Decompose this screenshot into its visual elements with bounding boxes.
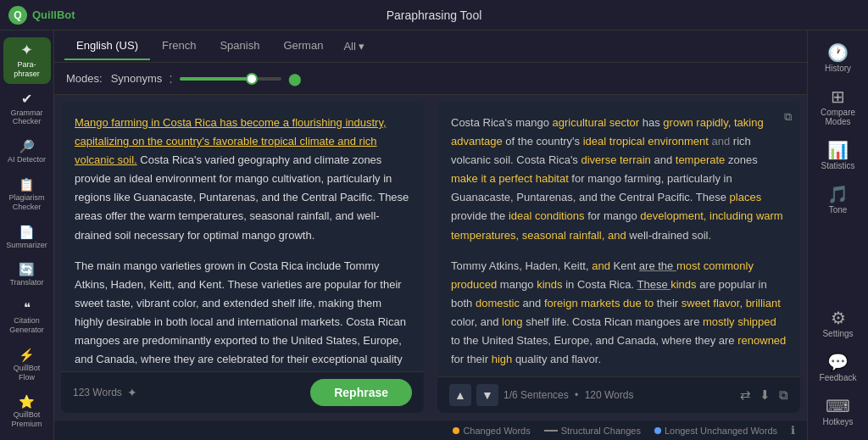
slider-fill xyxy=(180,77,251,81)
grammar-icon: ✔ xyxy=(21,92,32,106)
out-changed-17: flavor, brilliant xyxy=(713,297,780,309)
sidebar-label-ai: AI Detector xyxy=(8,155,46,164)
right-label-compare: Compare Modes xyxy=(815,108,862,126)
right-item-statistics[interactable]: 📊 Statistics xyxy=(811,135,865,177)
out-changed-7: places xyxy=(730,191,762,203)
sidebar-item-ai-detector[interactable]: 🔎 AI Detector xyxy=(3,135,51,170)
out-normal-22: to the United States, Europe, and Canada… xyxy=(451,334,737,347)
language-tabs: English (US) French Spanish German All ▾ xyxy=(54,31,807,63)
input-text-1b: Costa Rica's varied geography and climat… xyxy=(75,153,409,241)
chevron-down-icon: ▾ xyxy=(359,40,364,53)
out-normal-21: shelf life. Costa Rican mangoes are xyxy=(523,315,703,328)
out-normal-12: Tommy Atkins, Haden, Keitt, xyxy=(451,259,592,272)
right-item-history[interactable]: 🕐 History xyxy=(811,37,865,80)
word-count-text: 123 Words xyxy=(73,387,122,398)
right-item-tone[interactable]: 🎵 Tone xyxy=(811,179,865,221)
out-structural-1: are the xyxy=(639,259,676,272)
sync-icon[interactable]: ⇄ xyxy=(740,387,751,403)
out-normal-2: has xyxy=(639,116,663,129)
sidebar-item-translator[interactable]: 🔄 Translator xyxy=(3,258,51,292)
modes-bar: Modes: Synonyms : ⬤ xyxy=(54,63,807,95)
out-normal-1: Costa Rica's mango xyxy=(451,116,553,129)
legend-bar: Changed Words Structural Changes Longest… xyxy=(54,420,807,440)
copy-input-button[interactable]: ⧉ xyxy=(784,110,792,124)
right-label-tone: Tone xyxy=(829,205,848,214)
out-and: and xyxy=(711,135,730,148)
out-normal-6: and xyxy=(651,153,676,166)
ai-detector-icon: 🔎 xyxy=(19,140,35,153)
sidebar-label-flow: QuillBot Flow xyxy=(7,364,47,382)
output-text-area: Costa Rica's mango agricultural sector h… xyxy=(437,102,800,376)
logo: Q QuillBot xyxy=(8,6,75,25)
download-icon[interactable]: ⬇ xyxy=(760,387,771,403)
sidebar-item-citation[interactable]: ❝ Citation Generator xyxy=(3,296,51,340)
legend-info-icon[interactable]: ℹ xyxy=(791,424,795,437)
right-item-compare[interactable]: ⊞ Compare Modes xyxy=(811,81,865,133)
sidebar-label-plagiarism: Plagiarism Checker xyxy=(7,193,47,212)
right-item-settings[interactable]: ⚙ Settings xyxy=(811,303,865,345)
sidebar-item-summarizer[interactable]: 📄 Summarizer xyxy=(3,220,51,255)
sparkle-icon: ✦ xyxy=(127,386,137,399)
sidebar-item-grammar[interactable]: ✔ Grammar Checker xyxy=(3,87,51,132)
out-structural-2: These xyxy=(637,278,670,291)
tab-french[interactable]: French xyxy=(150,32,208,60)
synonyms-label: Synonyms xyxy=(111,72,163,85)
sidebar-item-paraphraser[interactable]: ✦ Para­phraser xyxy=(3,37,51,84)
input-text-2: The main mango varieties grown in Costa … xyxy=(75,259,406,371)
longest-label: Longest Unchanged Words xyxy=(665,426,777,436)
next-sentence-button[interactable]: ▼ xyxy=(476,384,498,406)
rephrase-button[interactable]: Rephrase xyxy=(310,379,412,406)
history-icon: 🕐 xyxy=(827,44,849,61)
right-label-history: History xyxy=(825,64,851,73)
out-changed-10: and xyxy=(592,259,610,272)
page-title: Paraphrasing Tool xyxy=(387,8,482,22)
modes-label: Modes: xyxy=(66,72,103,85)
sidebar-item-plagiarism[interactable]: 📋 Plagiarism Checker xyxy=(3,173,51,217)
prev-sentence-button[interactable]: ▲ xyxy=(449,384,471,406)
out-changed-21: high xyxy=(492,353,513,365)
out-normal-14: mango xyxy=(497,278,537,291)
input-word-count: 123 Words ✦ xyxy=(73,386,137,399)
synonyms-mode[interactable]: Synonyms : ⬤ xyxy=(111,71,302,86)
hotkeys-icon: ⌨ xyxy=(826,398,850,415)
out-normal-9: provide the xyxy=(451,209,509,222)
sidebar-label-citation: Citation Generator xyxy=(7,316,47,335)
right-item-feedback[interactable]: 💬 Feedback xyxy=(811,347,865,389)
longest-dot xyxy=(654,427,661,434)
out-normal-18: their xyxy=(654,297,682,309)
right-item-hotkeys[interactable]: ⌨ Hotkeys xyxy=(811,391,865,433)
legend-structural: Structural Changes xyxy=(544,426,641,436)
structural-label: Structural Changes xyxy=(561,426,641,436)
slider-thumb[interactable] xyxy=(246,73,258,85)
right-label-statistics: Statistics xyxy=(821,161,854,170)
tab-english[interactable]: English (US) xyxy=(64,32,150,60)
out-changed-1: agricultural sector xyxy=(553,116,640,129)
right-label-feedback: Feedback xyxy=(820,373,857,382)
copy-icon[interactable]: ⧉ xyxy=(779,387,788,403)
out-normal-10: for mango xyxy=(585,209,641,222)
out-normal-20: color, and xyxy=(451,315,502,328)
out-normal-24: quality and flavor. xyxy=(512,353,601,365)
sentence-nav: ▲ ▼ 1/6 Sentences • 120 Words xyxy=(449,384,633,406)
tab-all-dropdown[interactable]: All ▾ xyxy=(335,33,372,59)
settings-icon: ⚙ xyxy=(831,309,846,326)
sidebar-label-summarizer: Summarizer xyxy=(6,241,47,250)
legend-longest: Longest Unchanged Words xyxy=(654,426,777,436)
input-text-area[interactable]: Mango farming in Costa Rica has become a… xyxy=(61,102,424,371)
topbar: Q QuillBot Paraphrasing Tool xyxy=(0,0,868,31)
out-changed-6: make it a perfect habitat xyxy=(451,172,569,185)
sidebar-item-premium[interactable]: ⭐ QuillBot Premium xyxy=(3,390,51,434)
sidebar-label-translator: Translator xyxy=(9,278,43,287)
sidebar-item-flow[interactable]: ⚡ QuillBot Flow xyxy=(3,343,51,387)
legend-changed-words: Changed Words xyxy=(453,426,530,436)
logo-icon: Q xyxy=(8,6,27,25)
synonyms-slider[interactable] xyxy=(180,77,281,81)
sentence-info: 1/6 Sentences • 120 Words xyxy=(504,389,633,401)
tab-spanish[interactable]: Spanish xyxy=(208,32,271,60)
out-changed-16: sweet xyxy=(682,297,710,309)
plagiarism-icon: 📋 xyxy=(19,178,35,191)
feedback-icon: 💬 xyxy=(827,354,849,370)
out-changed-4: diverse terrain xyxy=(581,153,650,166)
tab-german[interactable]: German xyxy=(271,32,335,60)
sidebar-label-grammar: Grammar Checker xyxy=(7,109,47,127)
